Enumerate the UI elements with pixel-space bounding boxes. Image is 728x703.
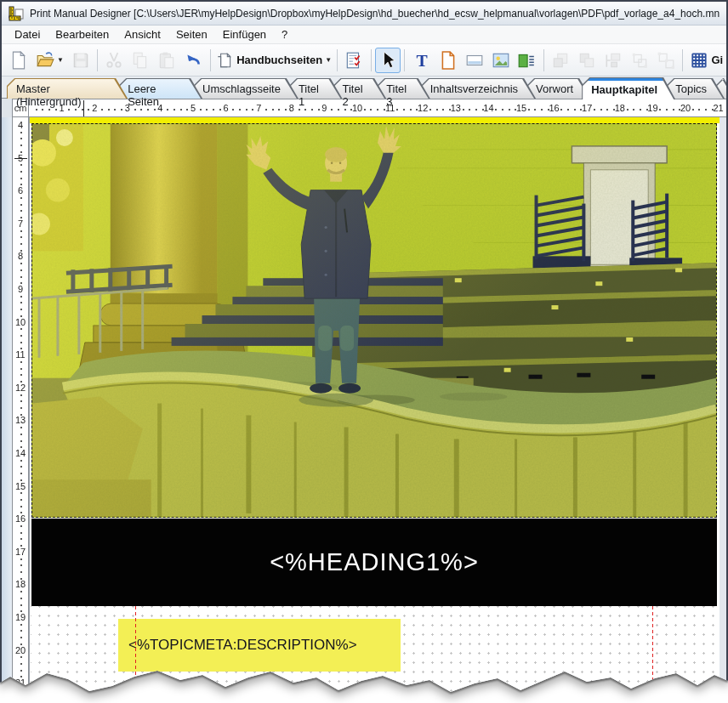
menu-item-hilfe[interactable]: ?: [274, 26, 295, 43]
ruler-tick: [534, 109, 536, 111]
ruler-tick: [403, 109, 405, 111]
page-body-area[interactable]: <%TOPICMETA:DESCRIPTION%>: [31, 606, 719, 703]
new-page-icon: [9, 51, 28, 70]
ruler-number: 20: [680, 104, 691, 113]
send-to-back-button[interactable]: [574, 48, 600, 73]
ruler-tick: [272, 109, 274, 111]
ruler-tick: [246, 109, 247, 111]
ruler-tick: [567, 109, 569, 111]
window-title: Print Manual Designer [C:\Users\JER\myHe…: [30, 8, 719, 20]
manual-pages-button[interactable]: Handbuchseiten▼: [214, 48, 333, 73]
ruler-tick: [20, 210, 22, 212]
page-canvas[interactable]: <%HEADING1%> <%TOPICMETA:DESCRIPTION%>: [29, 117, 719, 703]
ruler-tick: [318, 109, 320, 111]
tab-hauptkapitel[interactable]: Hauptkapitel: [582, 77, 675, 99]
menu-item-einfuegen[interactable]: Einfügen: [215, 26, 274, 43]
toolbar-separator: [404, 49, 405, 71]
ruler-tick: [68, 109, 70, 111]
vertical-ruler[interactable]: 456789101112131415161718192021: [12, 117, 29, 703]
app-window: Print Manual Designer [C:\Users\JER\myHe…: [0, 0, 728, 703]
group-button[interactable]: [627, 48, 653, 73]
ungroup-icon: [657, 51, 675, 70]
ruler-tick: [20, 466, 22, 468]
ruler-tick: [410, 109, 412, 111]
save-button[interactable]: [67, 48, 94, 73]
guide-line-2[interactable]: [652, 606, 653, 703]
ruler-tick: [469, 109, 470, 111]
tab-label: Hauptkapitel: [582, 77, 675, 96]
align-button[interactable]: [600, 48, 627, 73]
ruler-tick: [673, 109, 674, 111]
ruler-tick: [304, 109, 306, 111]
ungroup-button[interactable]: [652, 48, 679, 73]
cut-button[interactable]: [101, 48, 128, 73]
ruler-tick: [265, 109, 267, 111]
photo-frame-selected[interactable]: [31, 123, 717, 518]
ruler-tick: [20, 598, 22, 599]
tab-leere-seiten[interactable]: Leere Seiten: [118, 78, 202, 99]
textframe-tool-button[interactable]: [514, 48, 540, 73]
ruler-number: 7: [256, 104, 261, 113]
menu-item-seiten[interactable]: Seiten: [168, 26, 215, 43]
ruler-tick: [640, 109, 641, 111]
ruler-tick: [692, 109, 694, 111]
ruler-tick: [560, 109, 562, 111]
open-button[interactable]: ▼: [32, 48, 67, 73]
frame-tool-button[interactable]: [461, 48, 487, 73]
select-tool-button[interactable]: [375, 48, 401, 73]
ruler-tick: [20, 624, 22, 626]
tab-master-hintergrund[interactable]: Master (Hintergrund): [7, 78, 128, 99]
ruler-number: 9: [13, 284, 28, 294]
ruler-tick: [344, 109, 346, 111]
cut-icon: [105, 51, 123, 70]
ruler-number: 14: [483, 104, 493, 113]
ruler-tick: [20, 361, 22, 363]
ruler-tick: [252, 109, 253, 111]
image-tool-button[interactable]: [487, 48, 514, 73]
menu-item-datei[interactable]: Datei: [7, 26, 48, 43]
guide-line-1[interactable]: [135, 606, 136, 703]
ruler-number: 15: [516, 104, 526, 113]
paste-button[interactable]: [154, 48, 180, 73]
description-frame[interactable]: <%TOPICMETA:DESCRIPTION%>: [118, 619, 401, 672]
new-page-button[interactable]: [6, 48, 32, 73]
ruler-tick: [20, 243, 22, 245]
heading-frame[interactable]: <%HEADING1%>: [31, 519, 717, 606]
bring-to-front-button[interactable]: [548, 48, 574, 73]
ruler-tick: [20, 269, 22, 271]
tab-label: Leere Seiten: [118, 78, 202, 108]
save-icon: [71, 51, 90, 70]
ruler-tick: [20, 538, 22, 540]
text-tool-button[interactable]: T: [408, 48, 435, 73]
page-type-tabs: Master (Hintergrund)Leere SeitenUmschlag…: [2, 77, 726, 99]
ruler-number: 18: [615, 104, 625, 113]
page-properties-icon: [344, 51, 363, 70]
page-tool-button[interactable]: [435, 48, 461, 73]
ruler-number: 15: [13, 481, 28, 491]
ruler-tick: [502, 109, 503, 111]
highlighted-top-bar[interactable]: [30, 117, 719, 123]
ruler-tick: [541, 109, 543, 111]
ruler-tick: [20, 276, 22, 278]
ruler-tick: [20, 663, 22, 665]
ruler-tick: [20, 630, 22, 632]
ruler-tick: [396, 109, 398, 111]
ruler-tick: [594, 109, 595, 111]
grid-button[interactable]: Gi: [686, 48, 726, 73]
ruler-number: 14: [13, 448, 28, 458]
toolbar-separator: [97, 49, 98, 71]
ruler-tick: [364, 109, 366, 111]
ruler-tick: [509, 109, 510, 111]
copy-button[interactable]: [128, 48, 154, 73]
ruler-number: 7: [13, 218, 28, 229]
page-properties-button[interactable]: [341, 48, 367, 73]
ruler-tick: [285, 109, 287, 111]
ruler-tick: [20, 374, 22, 376]
tab-umschlagsseite[interactable]: Umschlagsseite: [193, 78, 299, 99]
menu-item-bearbeiten[interactable]: Bearbeiten: [48, 26, 117, 43]
grid-label: Gi: [711, 54, 723, 66]
menu-item-ansicht[interactable]: Ansicht: [117, 26, 168, 43]
tab-inhaltsverzeichnis[interactable]: Inhaltsverzeichnis: [421, 78, 536, 99]
ruler-number: 17: [582, 104, 592, 113]
undo-button[interactable]: [180, 48, 207, 73]
